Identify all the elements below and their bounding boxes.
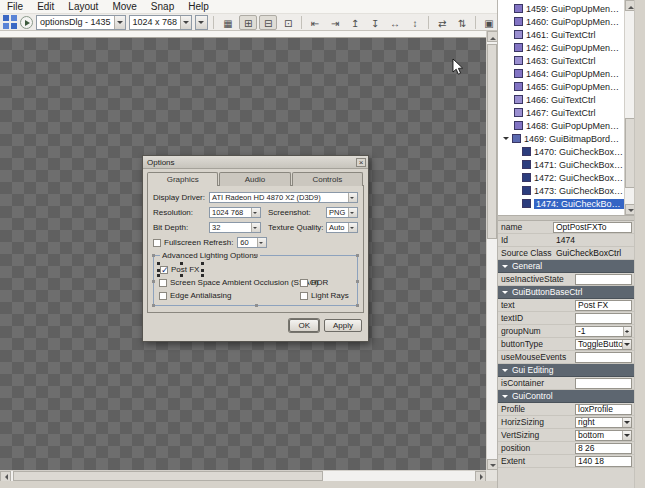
property-value-profile[interactable]: loxProfile — [575, 404, 632, 415]
light-rays-checkbox[interactable] — [300, 292, 308, 300]
texture-quality-dropdown[interactable]: Auto — [326, 222, 358, 233]
property-value-extent[interactable]: 140 18 — [575, 456, 632, 467]
distribute-horizontal-icon[interactable]: ↔ — [386, 15, 404, 30]
selection-handle[interactable] — [152, 280, 155, 283]
chevron-down-icon[interactable] — [622, 431, 631, 440]
dialog-titlebar[interactable]: Options × — [143, 156, 368, 169]
close-icon[interactable]: × — [356, 158, 366, 167]
fit-height-icon[interactable]: ⇅ — [453, 15, 471, 30]
gui-selector-dropdown[interactable]: optionsDlg - 1435 — [36, 15, 126, 30]
expand-arrow-icon[interactable] — [502, 132, 512, 145]
property-value-text[interactable]: Post FX — [575, 300, 632, 311]
tree-item-1463[interactable]: 1463: GuiTextCtrl — [498, 54, 624, 67]
chevron-down-icon[interactable] — [348, 193, 357, 202]
bring-to-front-icon[interactable]: ▣ — [480, 15, 498, 30]
selected-control-postfx[interactable]: Post FX — [159, 264, 202, 275]
tree-item-1473[interactable]: 1473: GuiCheckBoxCtrl — [498, 184, 624, 197]
selection-handle[interactable] — [255, 254, 258, 257]
align-bottom-icon[interactable]: ↧ — [366, 15, 384, 30]
selection-handle[interactable] — [201, 274, 204, 277]
advanced-lighting-groupbox[interactable]: Advanced Lighting Options — [153, 255, 358, 306]
menu-move[interactable]: Move — [105, 0, 143, 14]
menu-edit[interactable]: Edit — [30, 0, 61, 14]
property-value-useinactivestate[interactable] — [575, 274, 632, 285]
stepper-arrows-icon[interactable] — [623, 327, 631, 336]
property-value-name[interactable]: OptPostFXTo — [553, 222, 632, 233]
tree-item-1467[interactable]: 1467: GuiTextCtrl — [498, 106, 624, 119]
ssao-checkbox[interactable] — [159, 279, 167, 287]
play-preview-icon[interactable] — [20, 16, 33, 29]
align-top-icon[interactable]: ↥ — [346, 15, 364, 30]
tree-item-1468[interactable]: 1468: GuiPopUpMenuCtrl — [498, 119, 624, 132]
menu-file[interactable]: File — [0, 0, 30, 14]
resolution-dropdown[interactable]: 1024 x 768 — [129, 15, 193, 30]
section-header-gui-editing[interactable]: Gui Editing — [498, 364, 635, 377]
canvas-vertical-scrollbar[interactable] — [486, 31, 497, 470]
selection-handle[interactable] — [157, 274, 160, 277]
distribute-vertical-icon[interactable]: ↕ — [406, 15, 424, 30]
ok-button[interactable]: OK — [289, 319, 319, 332]
selection-handle[interactable] — [152, 304, 155, 307]
chevron-down-icon[interactable] — [251, 208, 260, 217]
tree-item-1474[interactable]: 1474: GuiCheckBoxCtrl — [498, 197, 624, 210]
property-value-iscontainer[interactable] — [575, 378, 632, 389]
chevron-down-icon[interactable] — [622, 340, 631, 349]
fullscreen-checkbox[interactable] — [153, 239, 161, 247]
section-header-guicontrol[interactable]: GuiControl — [498, 390, 635, 403]
hdr-checkbox[interactable] — [300, 279, 308, 287]
menu-help[interactable]: Help — [181, 0, 216, 14]
canvas-options-dropdown[interactable] — [195, 15, 208, 30]
selection-handle[interactable] — [180, 274, 183, 277]
property-value-usemouseevents[interactable] — [575, 352, 632, 363]
refresh-rate-dropdown[interactable]: 60 — [237, 237, 267, 248]
selection-handle[interactable] — [356, 254, 359, 257]
tree-item-1470[interactable]: 1470: GuiCheckBoxCtrl — [498, 145, 624, 158]
tree-item-1471[interactable]: 1471: GuiCheckBoxCtrl — [498, 158, 624, 171]
postfx-checkbox[interactable] — [160, 266, 168, 274]
options-dialog[interactable]: Options × Graphics Audio Controls Displa… — [142, 155, 369, 342]
apply-button[interactable]: Apply — [324, 319, 362, 332]
tree-item-1472[interactable]: 1472: GuiCheckBoxCtrl — [498, 171, 624, 184]
selection-handle[interactable] — [157, 269, 160, 272]
tree-item-1462[interactable]: 1462: GuiPopUpMenuCtrl — [498, 41, 624, 54]
selection-handle[interactable] — [152, 254, 155, 257]
fit-width-icon[interactable]: ⇄ — [433, 15, 451, 30]
canvas-horizontal-scrollbar[interactable] — [0, 470, 486, 481]
chevron-down-icon[interactable] — [348, 208, 357, 217]
snap-to-grid-icon[interactable]: ⊞ — [239, 15, 257, 30]
snap-to-center-icon[interactable]: ⊡ — [279, 15, 297, 30]
selection-handle[interactable] — [201, 269, 204, 272]
scrollbar-thumb[interactable] — [13, 471, 323, 481]
chevron-down-icon[interactable] — [251, 223, 260, 232]
chevron-down-icon[interactable] — [622, 418, 631, 427]
tab-controls[interactable]: Controls — [292, 172, 363, 186]
menu-layout[interactable]: Layout — [61, 0, 105, 14]
section-header-general[interactable]: General — [498, 260, 635, 273]
property-value-position[interactable]: 8 26 — [575, 443, 632, 454]
menu-snap[interactable]: Snap — [144, 0, 181, 14]
scrollbar-thumb[interactable] — [487, 44, 497, 239]
tree-item-1459[interactable]: 1459: GuiPopUpMenuCtrl — [498, 2, 624, 15]
align-left-icon[interactable]: ⇤ — [306, 15, 324, 30]
tree-item-1469[interactable]: 1469: GuiBitmapBorderCtrl — [498, 132, 624, 145]
tree-item-1460[interactable]: 1460: GuiPopUpMenuCtrl — [498, 15, 624, 28]
tab-graphics[interactable]: Graphics — [147, 172, 218, 186]
tree-item-1464[interactable]: 1464: GuiPopUpMenuCtrl — [498, 67, 624, 80]
resolution-dropdown[interactable]: 1024 768 — [209, 207, 261, 218]
selection-handle[interactable] — [356, 304, 359, 307]
tree-item-1465[interactable]: 1465: GuiPopUpMenuCtrl — [498, 80, 624, 93]
selection-handle[interactable] — [157, 262, 160, 265]
display-driver-dropdown[interactable]: ATI Radeon HD 4870 X2 (D3D9) — [209, 192, 358, 203]
snap-to-edges-icon[interactable]: ⊟ — [259, 15, 277, 30]
selection-handle[interactable] — [180, 262, 183, 265]
property-value-horizsizing[interactable]: right — [575, 417, 632, 428]
chevron-down-icon[interactable] — [348, 223, 357, 232]
property-value-textid[interactable] — [575, 313, 632, 324]
grid-visibility-icon[interactable]: ▦ — [219, 15, 237, 30]
property-value-groupnum[interactable]: -1 — [575, 326, 632, 337]
property-value-vertsizing[interactable]: bottom — [575, 430, 632, 441]
edge-antialiasing-checkbox[interactable] — [159, 292, 167, 300]
tree-item-1466[interactable]: 1466: GuiTextCtrl — [498, 93, 624, 106]
selection-handle[interactable] — [255, 304, 258, 307]
tree-item-1461[interactable]: 1461: GuiTextCtrl — [498, 28, 624, 41]
